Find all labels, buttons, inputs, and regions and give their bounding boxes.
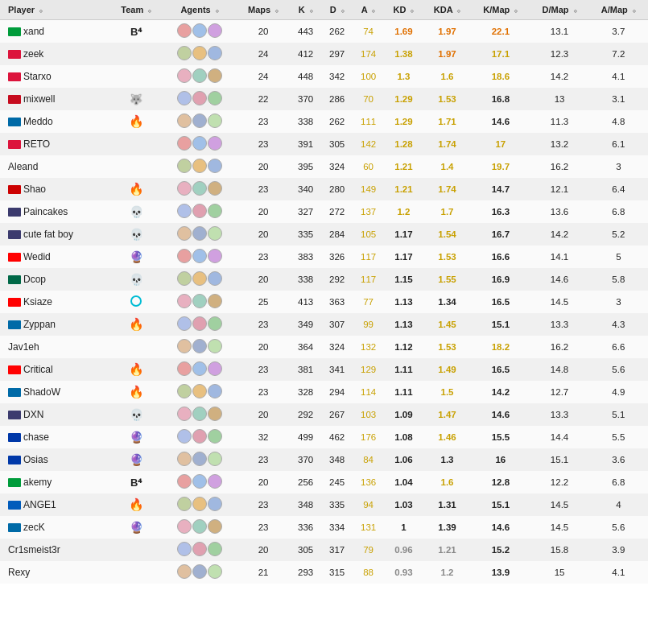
d-val: 267	[321, 403, 353, 426]
d-val: 262	[321, 110, 353, 133]
d-val: 292	[321, 268, 353, 291]
table-row: chase 🔮 32 499 462 176 1.08 1.46 15.5 14…	[0, 426, 648, 448]
a-val: 74	[353, 20, 384, 43]
flag-icon	[8, 140, 21, 149]
a-val: 60	[353, 155, 384, 178]
maps-val: 20	[237, 403, 290, 426]
kd-val: 1.21	[384, 155, 423, 178]
agents-cell	[163, 516, 237, 539]
player-name: cute fat boy	[0, 223, 109, 246]
agent-icon	[192, 114, 207, 128]
dmap-val: 14.5	[530, 516, 588, 539]
agent-icon	[208, 407, 222, 421]
kmap-val: 15.5	[471, 426, 530, 448]
agents-cell	[163, 493, 237, 516]
agent-icon	[192, 474, 207, 489]
dmap-val: 15	[530, 561, 588, 584]
kd-val: 1.08	[384, 426, 423, 448]
player-name: Critical	[0, 358, 109, 381]
flag-icon	[8, 388, 21, 397]
amap-val: 5.8	[589, 268, 648, 291]
col-player[interactable]: Player ⬦	[0, 0, 109, 20]
team-logo: 🔮	[130, 453, 143, 466]
amap-val: 7.2	[589, 43, 648, 65]
col-d[interactable]: D ⬦	[321, 0, 353, 20]
col-maps[interactable]: Maps ⬦	[237, 0, 290, 20]
flag-icon	[8, 320, 21, 329]
team-cell: 🔮	[109, 246, 163, 268]
kmap-val: 14.2	[471, 381, 530, 403]
agents-cell	[163, 133, 237, 155]
team-cell: 💀	[109, 223, 163, 246]
kmap-val: 19.7	[471, 155, 530, 178]
a-val: 117	[353, 268, 384, 291]
dmap-val: 12.3	[530, 43, 588, 65]
agent-icon	[208, 429, 222, 444]
k-val: 412	[290, 43, 321, 65]
a-val: 136	[353, 471, 384, 493]
col-agents[interactable]: Agents ⬦	[163, 0, 237, 20]
maps-val: 20	[237, 20, 290, 43]
col-kd[interactable]: KD ⬦	[384, 0, 423, 20]
col-a[interactable]: A ⬦	[353, 0, 384, 20]
kda-val: 1.6	[423, 471, 471, 493]
dmap-val: 16.2	[530, 155, 588, 178]
d-val: 297	[321, 43, 353, 65]
agent-icon	[208, 249, 222, 263]
flag-icon	[8, 185, 21, 194]
agent-icon	[208, 181, 222, 196]
col-dmap[interactable]: D/Map ⬦	[530, 0, 588, 20]
maps-val: 22	[237, 88, 290, 110]
kda-val: 1.54	[423, 223, 471, 246]
agents-cell	[163, 426, 237, 448]
col-kda[interactable]: KDA ⬦	[423, 0, 471, 20]
k-val: 499	[290, 426, 321, 448]
col-k[interactable]: K ⬦	[290, 0, 321, 20]
d-val: 286	[321, 88, 353, 110]
kmap-val: 18.6	[471, 65, 530, 88]
k-val: 349	[290, 313, 321, 336]
d-val: 245	[321, 471, 353, 493]
a-val: 142	[353, 133, 384, 155]
col-kmap[interactable]: K/Map ⬦	[471, 0, 530, 20]
agents-cell	[163, 246, 237, 268]
k-val: 443	[290, 20, 321, 43]
amap-val: 5.5	[589, 426, 648, 448]
flag-icon	[8, 27, 21, 36]
col-amap[interactable]: A/Map ⬦	[589, 0, 648, 20]
flag-icon	[8, 230, 21, 239]
table-row: Zyppan 🔥 23 349 307 99 1.13 1.45 15.1 13…	[0, 313, 648, 336]
player-name: chase	[0, 426, 109, 448]
agent-icon	[192, 429, 207, 444]
k-val: 448	[290, 65, 321, 88]
a-val: 114	[353, 381, 384, 403]
kda-val: 1.5	[423, 381, 471, 403]
k-val: 328	[290, 381, 321, 403]
kd-val: 0.93	[384, 561, 423, 584]
kd-val: 1.06	[384, 448, 423, 471]
agent-icon	[177, 114, 192, 128]
maps-val: 24	[237, 65, 290, 88]
table-row: RETO 23 391 305 142 1.28 1.74 17 13.2 6.…	[0, 133, 648, 155]
agent-icon	[192, 384, 207, 398]
a-val: 77	[353, 291, 384, 313]
agent-icon	[177, 474, 192, 489]
player-name: Aleand	[0, 155, 109, 178]
agent-icon	[192, 46, 207, 60]
sort-k-icon: ⬦	[309, 6, 313, 14]
sort-dmap-icon: ⬦	[573, 6, 577, 14]
kda-val: 1.53	[423, 88, 471, 110]
agent-icon	[192, 564, 207, 579]
agent-icon	[177, 294, 192, 308]
player-name: Zyppan	[0, 313, 109, 336]
kd-val: 1.15	[384, 268, 423, 291]
agent-icon	[192, 497, 207, 511]
amap-val: 4.1	[589, 561, 648, 584]
a-val: 103	[353, 403, 384, 426]
team-cell: 💀	[109, 403, 163, 426]
sort-team-icon: ⬦	[147, 6, 151, 14]
a-val: 105	[353, 223, 384, 246]
agents-cell	[163, 110, 237, 133]
col-team[interactable]: Team ⬦	[109, 0, 163, 20]
team-cell: 💀	[109, 268, 163, 291]
